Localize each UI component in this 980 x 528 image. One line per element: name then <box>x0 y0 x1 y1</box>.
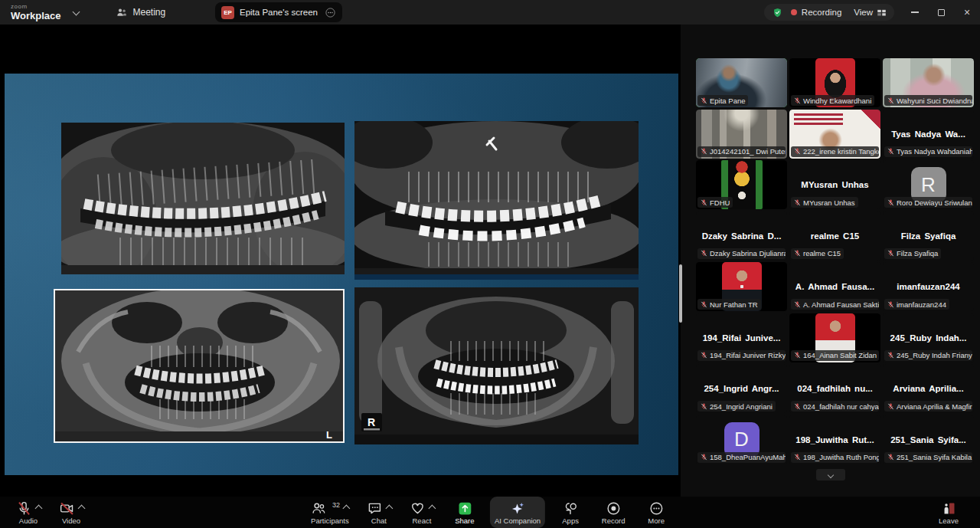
xray-mark-right: R <box>368 416 375 428</box>
participant-name: A. Ahmad Fausan Sakti <box>803 300 879 309</box>
tab-options-ellipsis-icon[interactable] <box>325 7 336 18</box>
participant-name-badge: 194_Rifai Juniver Rizky P... <box>697 350 786 361</box>
participant-tile[interactable]: Dzaky Sabrina D... Dzaky Sabrina Djulian… <box>696 212 787 261</box>
tab-shared-screen[interactable]: EP Epita Pane's screen <box>215 2 342 22</box>
participant-tile[interactable]: 245_Ruby Indah... 245_Ruby Indah Friany <box>883 313 974 362</box>
ai-companion-button[interactable]: AI Companion <box>490 497 545 528</box>
meeting-toolbar: Audio Video <box>0 497 980 528</box>
heart-icon <box>409 500 425 517</box>
participant-tile[interactable]: FDHU <box>696 160 787 209</box>
record-button[interactable]: Record <box>596 497 631 528</box>
participant-tile[interactable]: Filza Syafiqa Filza Syafiqa <box>883 212 974 261</box>
gallery-scroll-down-button[interactable] <box>816 469 845 480</box>
react-label: React <box>412 517 431 525</box>
react-button[interactable]: React <box>404 497 439 528</box>
chat-button[interactable]: Chat <box>361 497 397 528</box>
participant-name: Roro Dewiayu Sriwulan <box>897 198 972 207</box>
participant-tile[interactable]: 194_Rifai Junive... 194_Rifai Juniver Ri… <box>696 313 787 362</box>
more-label: More <box>648 517 665 525</box>
participant-tile[interactable]: realme C15 realme C15 <box>789 212 880 261</box>
brand-workplace: Workplace <box>11 11 61 21</box>
muted-mic-icon <box>887 454 894 461</box>
participant-tile[interactable]: Epita Pane <box>696 58 787 107</box>
video-button[interactable]: Video <box>54 497 89 528</box>
chat-options-chevron[interactable] <box>385 504 393 512</box>
participant-name: imanfauzan244 <box>897 300 946 309</box>
close-icon: × <box>964 7 970 18</box>
participants-options-chevron[interactable] <box>342 504 350 512</box>
apps-button[interactable]: Apps <box>553 497 588 528</box>
view-button[interactable]: View <box>854 8 887 18</box>
share-button[interactable]: Share <box>447 497 482 528</box>
record-label: Record <box>602 517 626 525</box>
muted-mic-icon <box>887 148 894 155</box>
participant-name: 158_DheaPuanAyuMaha... <box>710 453 786 461</box>
minimize-button[interactable] <box>902 0 928 25</box>
participant-tile[interactable]: Windhy Ekawardhani <box>789 58 880 107</box>
security-shield-icon[interactable] <box>772 7 783 18</box>
muted-mic-icon <box>794 454 801 461</box>
participant-name-badge: Arviana Aprilia & Magfir... <box>884 401 972 412</box>
minimize-icon <box>911 11 919 12</box>
tab-meeting[interactable]: Meeting <box>116 6 166 18</box>
share-label: Share <box>455 517 474 525</box>
muted-mic-icon <box>794 97 801 104</box>
mic-muted-icon <box>16 500 32 517</box>
participant-tile[interactable]: D 158_DheaPuanAyuMaha... <box>696 415 787 464</box>
participant-tile[interactable]: J014242101_ Dwi Puteri Wa... <box>696 110 787 159</box>
zoom-workplace-logo: zoom Workplace <box>11 4 61 21</box>
participant-tile[interactable]: Arviana Aprilia... Arviana Aprilia & Mag… <box>883 364 974 413</box>
participants-button[interactable]: 32 Participants <box>306 497 354 528</box>
participant-name: 024_fadhilah nur cahyani <box>803 402 879 411</box>
muted-mic-icon <box>701 199 707 206</box>
participant-name-badge: Wahyuni Suci Dwiandna... <box>884 95 972 106</box>
participant-tile[interactable]: 024_fadhilah nu... 024_fadhilah nur cahy… <box>789 364 880 413</box>
participant-tile[interactable]: 254_Ingrid Angr... 254_Ingrid Angriani <box>696 364 787 413</box>
participant-tile[interactable]: Wahyuni Suci Dwiandna... <box>883 58 974 107</box>
leave-door-icon <box>941 500 957 517</box>
participant-tile[interactable]: R Roro Dewiayu Sriwulan <box>883 160 974 209</box>
participant-name-badge: J014242101_ Dwi Puteri Wa... <box>697 146 786 157</box>
presentation-slide: L <box>5 74 678 475</box>
participant-tile[interactable]: Nur Fathan TR <box>696 262 787 311</box>
tab-meeting-label: Meeting <box>133 7 166 18</box>
muted-mic-icon <box>887 199 894 206</box>
audio-button[interactable]: Audio <box>11 497 46 528</box>
xray-panel-bottom-left: L <box>54 289 345 443</box>
main-area: L <box>0 25 980 497</box>
muted-mic-icon <box>887 301 894 308</box>
ai-companion-label: AI Companion <box>495 517 541 525</box>
participant-name: Dzaky Sabrina Djulianra <box>710 249 786 257</box>
participant-tile[interactable]: 222_irene kristin Tangkel... <box>789 110 880 159</box>
chat-label: Chat <box>371 517 387 525</box>
leave-button[interactable]: Leave <box>931 497 966 528</box>
audio-options-chevron[interactable] <box>34 504 42 512</box>
maximize-button[interactable] <box>928 0 954 25</box>
participant-tile[interactable]: Tyas Nadya Wa... Tyas Nadya Wahdaniah <box>883 110 974 159</box>
participant-tile[interactable]: 198_Juwitha Rut... 198_Juwitha Ruth Pong… <box>789 415 880 464</box>
more-button[interactable]: More <box>639 497 674 528</box>
toolbar-center: 32 Participants Chat <box>306 497 674 528</box>
participant-tile[interactable]: 164_Ainan Sabit Zidan R... <box>789 313 880 362</box>
gallery-scrollbar[interactable] <box>679 264 682 323</box>
meeting-info-pill: Recording View <box>764 4 894 21</box>
workspace-chevron-down-icon[interactable] <box>72 8 80 15</box>
participant-tile[interactable]: A. Ahmad Fausa... A. Ahmad Fausan Sakti <box>789 262 880 311</box>
muted-mic-icon <box>701 250 707 257</box>
muted-mic-icon <box>887 250 894 257</box>
video-options-chevron[interactable] <box>77 504 85 512</box>
participants-icon <box>311 500 327 517</box>
react-options-chevron[interactable] <box>428 504 436 512</box>
camera-muted-icon <box>59 500 75 517</box>
muted-mic-icon <box>794 403 801 410</box>
chat-icon <box>366 500 382 517</box>
participant-name-badge: Epita Pane <box>697 95 748 106</box>
muted-mic-icon <box>887 97 894 104</box>
participant-name: 198_Juwitha Ruth Pongt... <box>803 453 879 461</box>
participant-tile[interactable]: 251_Sania Syifa... 251_Sania Syifa Kabil… <box>883 415 974 464</box>
close-button[interactable]: × <box>954 0 980 25</box>
recording-indicator[interactable]: Recording <box>791 8 841 17</box>
participant-name-badge: Roro Dewiayu Sriwulan <box>884 197 972 208</box>
participant-tile[interactable]: imanfauzan244 imanfauzan244 <box>883 262 974 311</box>
participant-tile[interactable]: MYusran Unhas MYusran Unhas <box>789 160 880 209</box>
